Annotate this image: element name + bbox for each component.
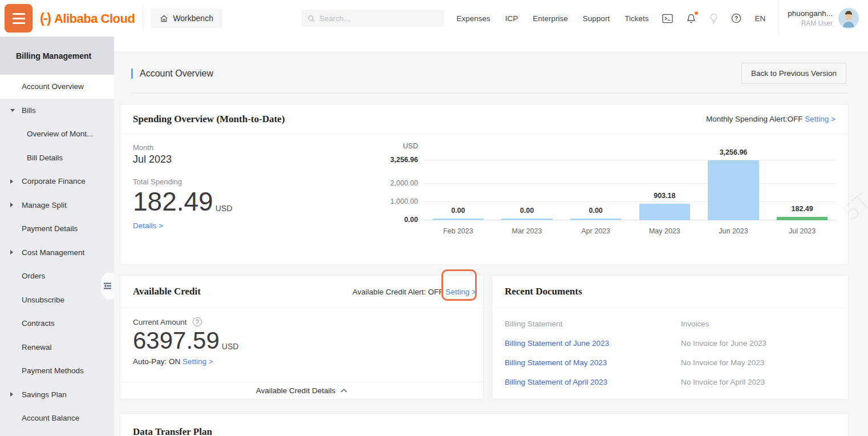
sidebar-item-unsubscribe[interactable]: Unsubscribe — [0, 288, 114, 312]
sidebar-item-bill-details[interactable]: Bill Details — [0, 146, 114, 170]
top-nav-link-tickets[interactable]: Tickets — [624, 14, 648, 23]
sidebar-item-label: Payment Methods — [22, 366, 84, 375]
search-icon — [307, 14, 315, 23]
user-role: RAM User — [788, 19, 833, 28]
sidebar-item-corporate-finance[interactable]: Corporate Finance — [0, 169, 114, 193]
caret-right-icon — [10, 392, 13, 397]
billing-statement-link[interactable]: Billing Statement of June 2023 — [505, 339, 681, 348]
chart-bar-apr-2023[interactable] — [570, 219, 621, 220]
logo-bracket-icon: (-) — [40, 10, 50, 26]
chart-ytick-label: 1,000.00 — [378, 197, 418, 205]
caret-right-icon — [10, 179, 13, 184]
language-selector[interactable]: EN — [755, 14, 765, 23]
chart-bar-value-label: 3,256.96 — [699, 148, 768, 156]
workbench-label: Workbench — [173, 14, 213, 23]
back-to-previous-version-button[interactable]: Back to Previous Version — [741, 63, 846, 84]
sidebar-item-manage-split[interactable]: Manage Split — [0, 193, 114, 217]
sidebar-item-bills[interactable]: Bills — [0, 99, 114, 123]
chart-bar-slot: 3,256.96 — [699, 160, 768, 220]
document-row: Billing Statement of June 2023No Invoice… — [505, 339, 835, 348]
invoice-status: No Invoice for April 2023 — [681, 378, 765, 386]
top-nav-link-enterprise[interactable]: Enterprise — [533, 14, 568, 23]
avatar[interactable] — [838, 8, 859, 29]
logo-text: Alibaba Cloud — [54, 11, 135, 26]
chart-bar-jun-2023[interactable] — [708, 160, 759, 220]
svg-text:?: ? — [735, 15, 738, 22]
sidebar-item-account-balance[interactable]: Account Balance — [0, 406, 114, 430]
chart-bar-jul-2023[interactable] — [777, 217, 828, 220]
chart-bar-mar-2023[interactable] — [501, 219, 552, 220]
lightbulb-icon[interactable] — [709, 13, 718, 24]
sidebar-item-account-overview[interactable]: Account Overview — [0, 75, 114, 99]
chart-xaxis-label: Apr 2023 — [561, 227, 630, 235]
sidebar-item-label: Overview of Mont... — [27, 130, 93, 138]
spending-details-link[interactable]: Details > — [133, 221, 163, 230]
chart-bar-value-label: 0.00 — [424, 207, 493, 215]
spending-card-title: Spending Overview (Month-to-Date) — [133, 114, 285, 125]
sidebar-item-label: Account Overview — [22, 82, 84, 91]
alibaba-cloud-logo[interactable]: (-) Alibaba Cloud — [40, 10, 135, 26]
chart-bar-slot: 0.00 — [424, 160, 493, 220]
notification-dot — [695, 11, 698, 15]
top-nav-link-expenses[interactable]: Expenses — [457, 14, 490, 23]
document-row: Billing Statement of May 2023No Invoice … — [505, 358, 835, 367]
billing-statement-link[interactable]: Billing Statement of April 2023 — [505, 378, 681, 386]
top-nav-link-support[interactable]: Support — [583, 14, 610, 23]
available-credit-details-label: Available Credit Details — [256, 386, 335, 395]
available-credit-alert-setting-link[interactable]: Setting > — [445, 288, 476, 296]
sidebar-item-renewal[interactable]: Renewal — [0, 336, 114, 360]
total-spending-label: Total Spending — [133, 177, 378, 186]
column-header-billing-statement: Billing Statement — [505, 320, 681, 328]
top-nav: ExpensesICPEnterpriseSupportTickets — [457, 14, 649, 23]
spending-overview-card: Spending Overview (Month-to-Date) Monthl… — [120, 104, 849, 265]
total-spending-currency: USD — [216, 204, 233, 213]
chart-bar-feb-2023[interactable] — [433, 219, 484, 220]
month-value: Jul 2023 — [133, 154, 378, 165]
chart-bar-value-label: 182.49 — [768, 205, 837, 213]
hamburger-menu-icon[interactable] — [5, 4, 33, 33]
search-box[interactable] — [302, 10, 444, 27]
available-credit-details-toggle[interactable]: Available Credit Details — [120, 382, 483, 399]
chart-xaxis-label: Jul 2023 — [768, 227, 837, 235]
sidebar-item-payment-methods[interactable]: Payment Methods — [0, 359, 114, 383]
chart-xaxis-label: May 2023 — [630, 227, 699, 235]
top-nav-link-icp[interactable]: ICP — [505, 14, 518, 23]
cloud-shell-icon[interactable] — [662, 14, 673, 23]
sidebar-item-savings-plan[interactable]: Savings Plan — [0, 383, 114, 407]
sidebar-item-overview-of-mont[interactable]: Overview of Mont... — [0, 122, 114, 146]
sidebar-item-label: Bill Details — [27, 154, 63, 162]
help-icon[interactable]: ? — [731, 13, 741, 23]
chart-bar-may-2023[interactable] — [639, 204, 690, 220]
available-credit-card: Available Credit Available Credit Alert:… — [120, 275, 484, 399]
sidebar-item-label: Cost Management — [22, 248, 84, 257]
autopay-setting-link[interactable]: Setting > — [182, 357, 213, 366]
total-spending-amount: 182.49 USD — [133, 188, 378, 215]
workbench-button[interactable]: Workbench — [151, 9, 222, 28]
recent-documents-title: Recent Documents — [505, 286, 582, 297]
sidebar-item-cost-management[interactable]: Cost Management — [0, 241, 114, 265]
sidebar-item-label: Payment Details — [22, 224, 78, 233]
data-transfer-plan-card: Data Transfer Plan — [120, 413, 849, 436]
sidebar-item-contracts[interactable]: Contracts — [0, 312, 114, 336]
sidebar-item-label: Unsubscribe — [22, 296, 64, 304]
autopay-status: Auto-Pay: ON — [133, 357, 180, 366]
sidebar-item-orders[interactable]: Orders — [0, 264, 114, 288]
page-divider — [131, 93, 849, 94]
user-account-menu[interactable]: phuonganh... RAM User — [778, 0, 868, 37]
breadcrumb-strip — [114, 37, 868, 51]
column-header-invoices: Invoices — [681, 320, 709, 328]
search-input[interactable] — [319, 14, 438, 23]
monthly-spending-alert-setting-link[interactable]: Setting > — [805, 115, 835, 123]
sidebar-item-payment-details[interactable]: Payment Details — [0, 217, 114, 241]
chevron-up-icon — [340, 389, 347, 393]
sidebar-item-label: Renewal — [22, 343, 52, 352]
chart-xaxis-label: Jun 2023 — [699, 227, 768, 235]
billing-statement-link[interactable]: Billing Statement of May 2023 — [505, 358, 681, 367]
chart-bar-slot: 0.00 — [561, 160, 630, 220]
notifications-bell-icon[interactable] — [686, 13, 696, 24]
sidebar-item-label: Bills — [22, 106, 36, 115]
current-amount-help-icon[interactable]: ? — [193, 317, 202, 326]
collapse-sidebar-icon — [104, 282, 111, 289]
chart-xaxis-label: Feb 2023 — [424, 227, 493, 235]
chart-xaxis-label: Mar 2023 — [493, 227, 562, 235]
